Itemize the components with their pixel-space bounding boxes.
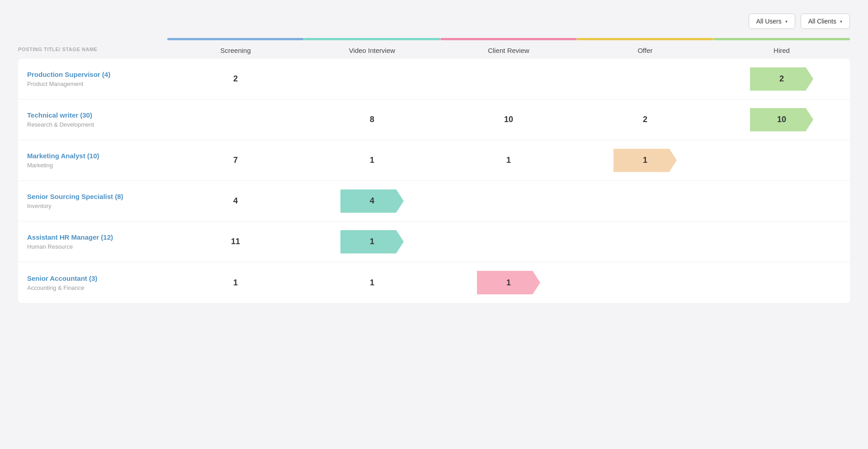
video-interview-value: 8	[304, 115, 440, 124]
job-cell: Senior Sourcing Specialist (8) Inventory	[18, 184, 167, 217]
chevron-down-icon: ▾	[840, 19, 842, 24]
hired-badge: 2	[750, 67, 813, 91]
posting-title-header: POSTING TITLE/ STAGE NAME	[18, 47, 167, 54]
job-dept: Marketing	[27, 162, 158, 169]
filter-bar: All Users ▾ All Clients ▾	[18, 14, 850, 29]
video-interview-value: 4	[304, 189, 440, 213]
chevron-down-icon: ▾	[785, 19, 788, 24]
all-users-label: All Users	[756, 18, 782, 25]
offer-color-segment	[577, 38, 713, 40]
stage-color-bar	[18, 38, 850, 40]
table-row: Production Supervisor (4) Product Manage…	[18, 59, 850, 99]
client-review-value: 1	[440, 156, 577, 165]
screening-value: 11	[167, 237, 304, 246]
job-cell: Marketing Analyst (10) Marketing	[18, 144, 167, 177]
job-cell: Production Supervisor (4) Product Manage…	[18, 62, 167, 95]
job-dept: Accounting & Finance	[27, 284, 158, 291]
screening-value: 4	[167, 196, 304, 206]
video-interview-color-segment	[304, 38, 440, 40]
offer-badge: 1	[613, 149, 677, 172]
job-dept: Product Management	[27, 80, 158, 87]
table-row: Assistant HR Manager (12) Human Resource…	[18, 222, 850, 262]
job-dept: Research & Development	[27, 121, 158, 128]
job-title-link[interactable]: Senior Accountant (3)	[27, 274, 158, 282]
job-dept: Human Resource	[27, 243, 158, 250]
video-interview-value: 1	[304, 278, 440, 288]
video-interview-badge: 1	[340, 230, 404, 254]
job-cell: Senior Accountant (3) Accounting & Finan…	[18, 266, 167, 299]
job-cell: Assistant HR Manager (12) Human Resource	[18, 225, 167, 258]
client-review-value: 1	[440, 271, 577, 294]
job-title-link[interactable]: Senior Sourcing Specialist (8)	[27, 193, 158, 200]
table-row: Senior Sourcing Specialist (8) Inventory…	[18, 181, 850, 222]
hired-color-segment	[713, 38, 850, 40]
offer-value: 2	[577, 115, 713, 124]
video-interview-value: 1	[304, 156, 440, 165]
video-interview-header: Video Interview	[304, 47, 440, 54]
hired-value: 10	[713, 108, 850, 132]
job-title-link[interactable]: Assistant HR Manager (12)	[27, 233, 158, 241]
client-review-value: 10	[440, 115, 577, 124]
all-users-dropdown[interactable]: All Users ▾	[749, 14, 795, 29]
screening-value: 7	[167, 156, 304, 165]
pipeline-table: Production Supervisor (4) Product Manage…	[18, 59, 850, 303]
hired-badge: 10	[750, 108, 813, 132]
job-dept: Inventory	[27, 203, 158, 209]
offer-header: Offer	[577, 47, 713, 54]
table-row: Marketing Analyst (10) Marketing 7 1 1 1	[18, 140, 850, 181]
all-clients-dropdown[interactable]: All Clients ▾	[801, 14, 850, 29]
all-clients-label: All Clients	[808, 18, 836, 25]
hired-value: 2	[713, 67, 850, 91]
screening-header: Screening	[167, 47, 304, 54]
video-interview-value: 1	[304, 230, 440, 254]
offer-value: 1	[577, 149, 713, 172]
job-title-link[interactable]: Marketing Analyst (10)	[27, 152, 158, 160]
screening-color-segment	[167, 38, 304, 40]
screening-value: 1	[167, 278, 304, 288]
job-title-link[interactable]: Technical writer (30)	[27, 111, 158, 119]
job-title-link[interactable]: Production Supervisor (4)	[27, 71, 158, 78]
client-review-badge: 1	[477, 271, 540, 294]
video-interview-badge: 4	[340, 189, 404, 213]
client-review-header: Client Review	[440, 47, 577, 54]
hired-header: Hired	[713, 47, 850, 54]
job-cell: Technical writer (30) Research & Develop…	[18, 103, 167, 136]
client-review-color-segment	[440, 38, 577, 40]
table-header: POSTING TITLE/ STAGE NAME Screening Vide…	[18, 40, 850, 59]
table-row: Senior Accountant (3) Accounting & Finan…	[18, 262, 850, 303]
screening-value: 2	[167, 74, 304, 84]
table-row: Technical writer (30) Research & Develop…	[18, 99, 850, 140]
